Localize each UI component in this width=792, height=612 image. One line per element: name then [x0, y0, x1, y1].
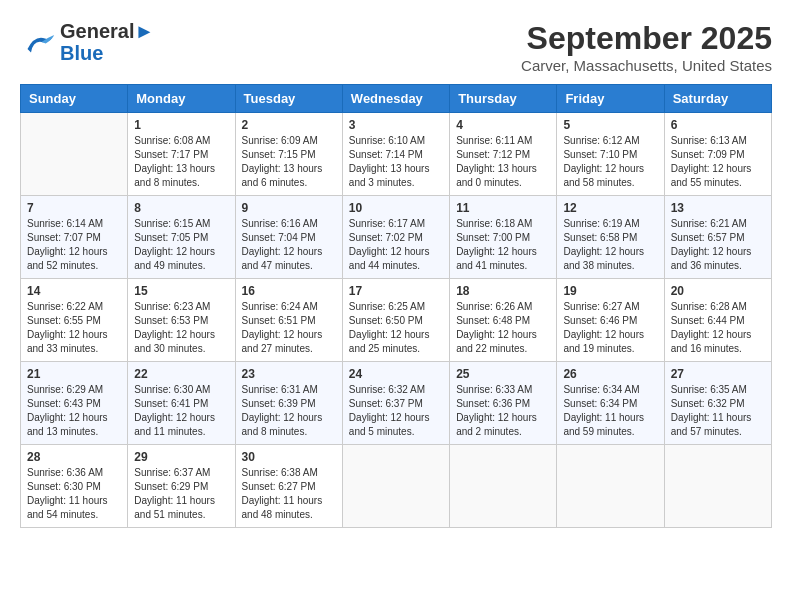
day-number: 10: [349, 201, 443, 215]
calendar-cell: 9Sunrise: 6:16 AMSunset: 7:04 PMDaylight…: [235, 196, 342, 279]
day-info: Sunrise: 6:27 AMSunset: 6:46 PMDaylight:…: [563, 300, 657, 356]
calendar-cell: [557, 445, 664, 528]
day-info: Sunrise: 6:10 AMSunset: 7:14 PMDaylight:…: [349, 134, 443, 190]
calendar-cell: [450, 445, 557, 528]
day-number: 17: [349, 284, 443, 298]
calendar-cell: 25Sunrise: 6:33 AMSunset: 6:36 PMDayligh…: [450, 362, 557, 445]
calendar-cell: 19Sunrise: 6:27 AMSunset: 6:46 PMDayligh…: [557, 279, 664, 362]
day-info: Sunrise: 6:23 AMSunset: 6:53 PMDaylight:…: [134, 300, 228, 356]
day-number: 20: [671, 284, 765, 298]
calendar-cell: 3Sunrise: 6:10 AMSunset: 7:14 PMDaylight…: [342, 113, 449, 196]
day-number: 11: [456, 201, 550, 215]
day-info: Sunrise: 6:09 AMSunset: 7:15 PMDaylight:…: [242, 134, 336, 190]
day-info: Sunrise: 6:26 AMSunset: 6:48 PMDaylight:…: [456, 300, 550, 356]
day-number: 21: [27, 367, 121, 381]
calendar-cell: 7Sunrise: 6:14 AMSunset: 7:07 PMDaylight…: [21, 196, 128, 279]
calendar-cell: 29Sunrise: 6:37 AMSunset: 6:29 PMDayligh…: [128, 445, 235, 528]
day-number: 29: [134, 450, 228, 464]
calendar-cell: 4Sunrise: 6:11 AMSunset: 7:12 PMDaylight…: [450, 113, 557, 196]
calendar-cell: 21Sunrise: 6:29 AMSunset: 6:43 PMDayligh…: [21, 362, 128, 445]
title-block: September 2025 Carver, Massachusetts, Un…: [521, 20, 772, 74]
day-info: Sunrise: 6:13 AMSunset: 7:09 PMDaylight:…: [671, 134, 765, 190]
calendar-cell: 20Sunrise: 6:28 AMSunset: 6:44 PMDayligh…: [664, 279, 771, 362]
day-info: Sunrise: 6:28 AMSunset: 6:44 PMDaylight:…: [671, 300, 765, 356]
day-info: Sunrise: 6:17 AMSunset: 7:02 PMDaylight:…: [349, 217, 443, 273]
day-info: Sunrise: 6:22 AMSunset: 6:55 PMDaylight:…: [27, 300, 121, 356]
weekday-header-friday: Friday: [557, 85, 664, 113]
calendar-cell: 18Sunrise: 6:26 AMSunset: 6:48 PMDayligh…: [450, 279, 557, 362]
day-number: 25: [456, 367, 550, 381]
logo-text: General► Blue: [60, 20, 154, 64]
calendar-cell: 17Sunrise: 6:25 AMSunset: 6:50 PMDayligh…: [342, 279, 449, 362]
day-info: Sunrise: 6:35 AMSunset: 6:32 PMDaylight:…: [671, 383, 765, 439]
day-info: Sunrise: 6:33 AMSunset: 6:36 PMDaylight:…: [456, 383, 550, 439]
calendar-cell: 23Sunrise: 6:31 AMSunset: 6:39 PMDayligh…: [235, 362, 342, 445]
day-number: 1: [134, 118, 228, 132]
month-title: September 2025: [521, 20, 772, 57]
calendar-table: SundayMondayTuesdayWednesdayThursdayFrid…: [20, 84, 772, 528]
calendar-cell: 24Sunrise: 6:32 AMSunset: 6:37 PMDayligh…: [342, 362, 449, 445]
day-info: Sunrise: 6:29 AMSunset: 6:43 PMDaylight:…: [27, 383, 121, 439]
day-info: Sunrise: 6:14 AMSunset: 7:07 PMDaylight:…: [27, 217, 121, 273]
day-number: 18: [456, 284, 550, 298]
day-number: 12: [563, 201, 657, 215]
day-number: 28: [27, 450, 121, 464]
calendar-header: SundayMondayTuesdayWednesdayThursdayFrid…: [21, 85, 772, 113]
calendar-week-5: 28Sunrise: 6:36 AMSunset: 6:30 PMDayligh…: [21, 445, 772, 528]
day-info: Sunrise: 6:38 AMSunset: 6:27 PMDaylight:…: [242, 466, 336, 522]
weekday-header-monday: Monday: [128, 85, 235, 113]
calendar-cell: 6Sunrise: 6:13 AMSunset: 7:09 PMDaylight…: [664, 113, 771, 196]
day-number: 9: [242, 201, 336, 215]
calendar-week-3: 14Sunrise: 6:22 AMSunset: 6:55 PMDayligh…: [21, 279, 772, 362]
calendar-cell: 11Sunrise: 6:18 AMSunset: 7:00 PMDayligh…: [450, 196, 557, 279]
day-info: Sunrise: 6:34 AMSunset: 6:34 PMDaylight:…: [563, 383, 657, 439]
day-info: Sunrise: 6:19 AMSunset: 6:58 PMDaylight:…: [563, 217, 657, 273]
day-number: 6: [671, 118, 765, 132]
day-info: Sunrise: 6:15 AMSunset: 7:05 PMDaylight:…: [134, 217, 228, 273]
calendar-cell: 15Sunrise: 6:23 AMSunset: 6:53 PMDayligh…: [128, 279, 235, 362]
calendar-cell: 1Sunrise: 6:08 AMSunset: 7:17 PMDaylight…: [128, 113, 235, 196]
calendar-cell: 13Sunrise: 6:21 AMSunset: 6:57 PMDayligh…: [664, 196, 771, 279]
calendar-week-1: 1Sunrise: 6:08 AMSunset: 7:17 PMDaylight…: [21, 113, 772, 196]
location-title: Carver, Massachusetts, United States: [521, 57, 772, 74]
day-info: Sunrise: 6:25 AMSunset: 6:50 PMDaylight:…: [349, 300, 443, 356]
day-number: 15: [134, 284, 228, 298]
calendar-cell: 2Sunrise: 6:09 AMSunset: 7:15 PMDaylight…: [235, 113, 342, 196]
weekday-header-sunday: Sunday: [21, 85, 128, 113]
calendar-cell: [21, 113, 128, 196]
page-header: General► Blue September 2025 Carver, Mas…: [20, 20, 772, 74]
weekday-header-thursday: Thursday: [450, 85, 557, 113]
calendar-cell: 16Sunrise: 6:24 AMSunset: 6:51 PMDayligh…: [235, 279, 342, 362]
day-number: 4: [456, 118, 550, 132]
day-number: 26: [563, 367, 657, 381]
calendar-cell: 22Sunrise: 6:30 AMSunset: 6:41 PMDayligh…: [128, 362, 235, 445]
calendar-week-4: 21Sunrise: 6:29 AMSunset: 6:43 PMDayligh…: [21, 362, 772, 445]
calendar-cell: 30Sunrise: 6:38 AMSunset: 6:27 PMDayligh…: [235, 445, 342, 528]
calendar-cell: [664, 445, 771, 528]
calendar-cell: 5Sunrise: 6:12 AMSunset: 7:10 PMDaylight…: [557, 113, 664, 196]
logo: General► Blue: [20, 20, 154, 64]
weekday-header-wednesday: Wednesday: [342, 85, 449, 113]
day-number: 8: [134, 201, 228, 215]
day-info: Sunrise: 6:12 AMSunset: 7:10 PMDaylight:…: [563, 134, 657, 190]
day-number: 14: [27, 284, 121, 298]
day-info: Sunrise: 6:30 AMSunset: 6:41 PMDaylight:…: [134, 383, 228, 439]
calendar-cell: 14Sunrise: 6:22 AMSunset: 6:55 PMDayligh…: [21, 279, 128, 362]
day-number: 2: [242, 118, 336, 132]
day-number: 7: [27, 201, 121, 215]
calendar-cell: [342, 445, 449, 528]
day-info: Sunrise: 6:08 AMSunset: 7:17 PMDaylight:…: [134, 134, 228, 190]
day-info: Sunrise: 6:16 AMSunset: 7:04 PMDaylight:…: [242, 217, 336, 273]
day-info: Sunrise: 6:24 AMSunset: 6:51 PMDaylight:…: [242, 300, 336, 356]
day-info: Sunrise: 6:32 AMSunset: 6:37 PMDaylight:…: [349, 383, 443, 439]
logo-icon: [20, 28, 56, 56]
day-info: Sunrise: 6:11 AMSunset: 7:12 PMDaylight:…: [456, 134, 550, 190]
calendar-cell: 27Sunrise: 6:35 AMSunset: 6:32 PMDayligh…: [664, 362, 771, 445]
day-number: 3: [349, 118, 443, 132]
day-number: 22: [134, 367, 228, 381]
day-number: 13: [671, 201, 765, 215]
day-number: 16: [242, 284, 336, 298]
day-info: Sunrise: 6:31 AMSunset: 6:39 PMDaylight:…: [242, 383, 336, 439]
calendar-cell: 26Sunrise: 6:34 AMSunset: 6:34 PMDayligh…: [557, 362, 664, 445]
day-info: Sunrise: 6:21 AMSunset: 6:57 PMDaylight:…: [671, 217, 765, 273]
